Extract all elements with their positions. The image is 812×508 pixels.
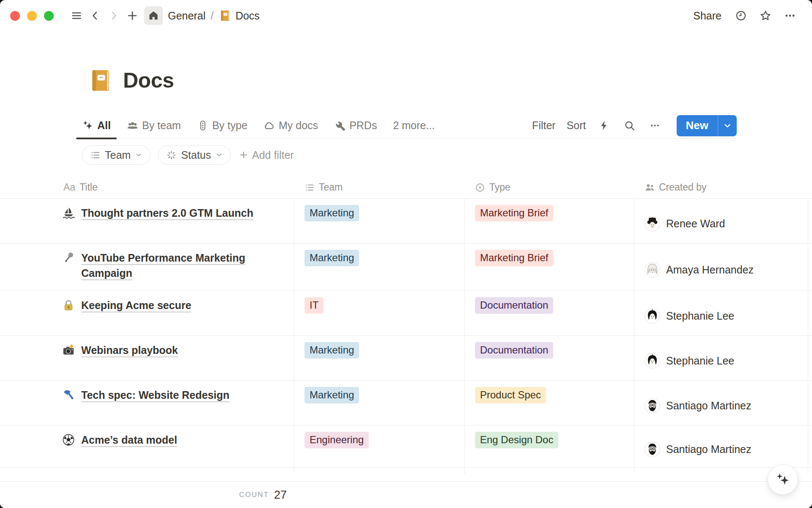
doc-title-link[interactable]: Webinars playbook xyxy=(81,342,178,358)
team-tag[interactable]: Marketing xyxy=(304,387,359,403)
new-page-icon[interactable] xyxy=(123,6,142,25)
doc-title-link[interactable]: YouTube Performance Marketing Campaign xyxy=(81,250,280,281)
chevron-down-icon[interactable] xyxy=(718,115,737,136)
sparkles-icon xyxy=(82,120,93,131)
tab-more-views[interactable]: 2 more... xyxy=(387,113,441,138)
type-cell[interactable]: Documentation xyxy=(465,291,634,335)
table-row[interactable]: YouTube Performance Marketing Campaign M… xyxy=(0,243,812,291)
team-cell[interactable]: Marketing xyxy=(294,199,465,243)
breadcrumb-root[interactable]: General xyxy=(168,10,206,22)
new-button-label[interactable]: New xyxy=(677,115,718,136)
type-tag[interactable]: Marketing Brief xyxy=(475,205,553,221)
doc-title-cell[interactable]: YouTube Performance Marketing Campaign xyxy=(0,243,294,290)
created-by-cell[interactable]: Renee Ward xyxy=(634,199,808,243)
status-icon xyxy=(166,150,177,160)
updates-clock-icon[interactable] xyxy=(732,6,750,25)
minimize-window-button[interactable] xyxy=(27,11,37,21)
doc-title-cell[interactable]: Keeping Acme secure xyxy=(0,291,294,335)
avatar xyxy=(645,308,660,324)
table-row[interactable]: Tech spec: Website Redesign Marketing Pr… xyxy=(0,381,812,425)
table-row[interactable]: Acme’s data model Engineering Eng Design… xyxy=(0,425,812,468)
favorite-star-icon[interactable] xyxy=(756,6,775,25)
column-header-created-by[interactable]: Created by xyxy=(634,182,808,193)
page-title[interactable]: Docs xyxy=(123,68,174,93)
type-cell[interactable]: Eng Design Doc xyxy=(465,425,634,467)
doc-title-link[interactable]: Keeping Acme secure xyxy=(81,298,191,313)
team-tag[interactable]: Marketing xyxy=(304,342,359,359)
type-cell[interactable]: Marketing Brief xyxy=(465,243,634,290)
doc-title-cell[interactable]: Thought partners 2.0 GTM Launch xyxy=(0,199,294,243)
breadcrumb: General / Docs xyxy=(168,9,260,22)
view-options-icon[interactable] xyxy=(648,119,662,133)
back-icon[interactable] xyxy=(86,6,104,25)
list-icon xyxy=(304,182,315,193)
team-cell[interactable]: Marketing xyxy=(294,336,465,380)
more-options-icon[interactable] xyxy=(781,6,799,25)
count-calculation[interactable]: COUNT 27 xyxy=(0,482,294,508)
tab-by-type[interactable]: By type xyxy=(191,113,253,138)
team-tag[interactable]: Marketing xyxy=(304,205,359,221)
search-icon[interactable] xyxy=(623,119,637,133)
column-header-title[interactable]: Aa Title xyxy=(0,182,294,193)
column-header-type[interactable]: Type xyxy=(465,182,634,193)
breadcrumb-page[interactable]: Docs xyxy=(236,10,260,22)
sparkles-icon xyxy=(775,472,790,487)
new-button[interactable]: New xyxy=(677,115,737,136)
team-tag[interactable]: IT xyxy=(304,297,324,314)
team-filter-chip[interactable]: Team xyxy=(82,145,151,165)
forward-icon[interactable] xyxy=(104,6,123,25)
lightning-icon[interactable] xyxy=(597,119,612,133)
tab-all[interactable]: All xyxy=(76,113,117,138)
traffic-light-icon xyxy=(197,120,208,131)
window-topbar: General / Docs Share xyxy=(0,0,812,31)
table-row[interactable]: Thought partners 2.0 GTM Launch Marketin… xyxy=(0,199,812,243)
table-row-partial xyxy=(0,468,812,474)
type-tag[interactable]: Product Spec xyxy=(475,387,546,403)
created-by-name: Santiago Martinez xyxy=(666,400,752,412)
team-cell[interactable]: Marketing xyxy=(294,381,465,425)
type-cell[interactable]: Marketing Brief xyxy=(465,199,634,243)
created-by-cell[interactable]: Stephanie Lee xyxy=(634,336,808,380)
team-cell[interactable]: Engineering xyxy=(294,425,465,467)
column-header-team[interactable]: Team xyxy=(294,182,465,193)
type-tag[interactable]: Documentation xyxy=(475,297,553,314)
type-tag[interactable]: Marketing Brief xyxy=(475,250,553,266)
filter-button[interactable]: Filter xyxy=(532,119,556,132)
team-cell[interactable]: IT xyxy=(294,291,465,335)
created-by-cell[interactable]: Santiago Martinez xyxy=(634,425,808,467)
doc-title-cell[interactable]: Tech spec: Website Redesign xyxy=(0,381,294,425)
view-tabs-bar: All By team By type My docs PRDs 2 more.… xyxy=(82,113,737,139)
type-cell[interactable]: Documentation xyxy=(465,336,634,380)
ai-sparkles-button[interactable] xyxy=(768,464,798,495)
tab-my-docs[interactable]: My docs xyxy=(258,113,324,138)
sort-button[interactable]: Sort xyxy=(567,119,586,132)
zoom-window-button[interactable] xyxy=(44,11,54,21)
team-cell[interactable]: Marketing xyxy=(294,243,465,290)
created-by-cell[interactable]: Stephanie Lee xyxy=(634,291,808,335)
status-filter-chip[interactable]: Status xyxy=(158,145,231,165)
doc-title-link[interactable]: Acme’s data model xyxy=(81,432,177,447)
created-by-cell[interactable]: Amaya Hernandez xyxy=(634,243,808,290)
type-tag[interactable]: Documentation xyxy=(475,342,553,359)
breadcrumb-separator: / xyxy=(211,10,214,22)
close-window-button[interactable] xyxy=(10,11,20,21)
soccer-ball-icon xyxy=(62,433,75,447)
doc-title-link[interactable]: Thought partners 2.0 GTM Launch xyxy=(81,205,253,221)
doc-title-link[interactable]: Tech spec: Website Redesign xyxy=(81,387,230,403)
created-by-cell[interactable]: Santiago Martinez xyxy=(634,381,808,425)
tab-by-team[interactable]: By team xyxy=(121,113,187,138)
team-tag[interactable]: Engineering xyxy=(304,432,369,448)
team-tag[interactable]: Marketing xyxy=(304,250,359,266)
table-row[interactable]: Webinars playbook Marketing Documentatio… xyxy=(0,336,812,381)
add-filter-button[interactable]: Add filter xyxy=(239,149,294,161)
type-tag[interactable]: Eng Design Doc xyxy=(475,432,558,448)
doc-title-cell[interactable]: Acme’s data model xyxy=(0,425,294,467)
tab-prds[interactable]: PRDs xyxy=(328,113,383,138)
doc-title-cell[interactable]: Webinars playbook xyxy=(0,336,294,380)
ledger-book-icon[interactable] xyxy=(88,68,113,93)
share-button[interactable]: Share xyxy=(689,7,726,25)
table-row[interactable]: Keeping Acme secure IT Documentation Ste… xyxy=(0,291,812,336)
sidebar-menu-icon[interactable] xyxy=(67,6,86,25)
home-icon[interactable] xyxy=(144,6,163,25)
type-cell[interactable]: Product Spec xyxy=(465,381,634,425)
